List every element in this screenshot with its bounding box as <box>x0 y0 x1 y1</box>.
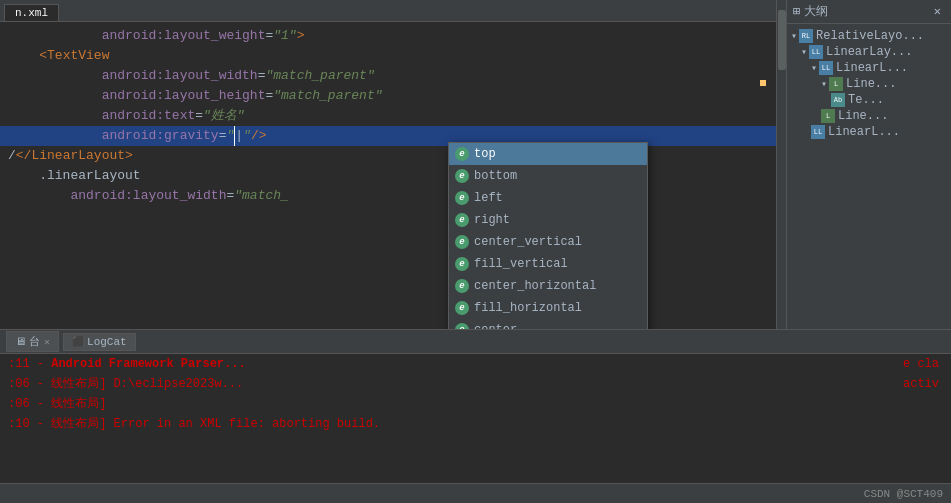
tree-label: RelativeLayo... <box>816 29 924 43</box>
status-text: CSDN @SCT409 <box>864 488 943 500</box>
tree-icon-linearlayout-2b: LL <box>811 125 825 139</box>
console-suffix: e cla <box>903 355 943 373</box>
autocomplete-item-fill-horizontal[interactable]: e fill_horizontal <box>449 297 647 319</box>
code-line: <TextView <box>0 46 776 66</box>
autocomplete-item-right[interactable]: e right <box>449 209 647 231</box>
tree-icon-relativelayout: RL <box>799 29 813 43</box>
autocomplete-icon: e <box>455 257 469 271</box>
autocomplete-icon: e <box>455 301 469 315</box>
autocomplete-item-center-vertical[interactable]: e center_vertical <box>449 231 647 253</box>
tree-icon-linearlayout-1: LL <box>809 45 823 59</box>
autocomplete-label: top <box>474 145 496 163</box>
tab-label: 台 <box>29 334 40 349</box>
scrollbar-thumb[interactable] <box>778 10 786 70</box>
console-line-1: :11 - Android Framework Parser... e cla <box>0 354 951 374</box>
tree-item-line-3[interactable]: ▾ L Line... <box>787 76 951 92</box>
bottom-tab-bar: 🖥 台 ✕ ⬛ LogCat <box>0 329 951 353</box>
editor-panel: n.xml android:layout_weight="1"> <TextVi… <box>0 0 776 329</box>
tree-label: LinearL... <box>836 61 908 75</box>
tree-item-textview[interactable]: Ab Te... <box>787 92 951 108</box>
code-line: .linearLayout <box>0 166 776 186</box>
yellow-marker <box>760 80 766 86</box>
code-line: android:layout_width="match_parent" <box>0 66 776 86</box>
console-line-2: :06 - 线性布局] D:\eclipse2023w...activ <box>0 374 951 394</box>
autocomplete-icon: e <box>455 191 469 205</box>
main-area: n.xml android:layout_weight="1"> <TextVi… <box>0 0 951 329</box>
autocomplete-label: center_horizontal <box>474 277 596 295</box>
console-line-3: :06 - 线性布局] <box>0 394 951 414</box>
outline-tree: ▾ RL RelativeLayo... ▾ LL LinearLay... ▾… <box>787 24 951 329</box>
autocomplete-item-fill-vertical[interactable]: e fill_vertical <box>449 253 647 275</box>
code-line-cursor: android:gravity="|"/> <box>0 126 776 146</box>
tree-item-relativelayout[interactable]: ▾ RL RelativeLayo... <box>787 28 951 44</box>
autocomplete-label: bottom <box>474 167 517 185</box>
tab-icon: 🖥 <box>15 335 26 348</box>
tree-label: LinearLay... <box>826 45 912 59</box>
tree-icon-line-3: L <box>829 77 843 91</box>
code-area: android:layout_weight="1"> <TextView and… <box>0 22 776 210</box>
outline-header: ⊞ 大纲 ✕ <box>787 0 951 24</box>
code-line: android:layout_height="match_parent" <box>0 86 776 106</box>
tab-logcat[interactable]: ⬛ LogCat <box>63 333 136 351</box>
autocomplete-popup: e top e bottom e left e right e center_v… <box>448 142 648 329</box>
console-area: :11 - Android Framework Parser... e cla … <box>0 353 951 483</box>
tree-arrow: ▾ <box>821 78 827 90</box>
code-line: android:text="姓名" <box>0 106 776 126</box>
autocomplete-item-center-horizontal[interactable]: e center_horizontal <box>449 275 647 297</box>
tree-label: Te... <box>848 93 884 107</box>
code-line: android:layout_weight="1"> <box>0 26 776 46</box>
autocomplete-icon: e <box>455 213 469 227</box>
tab-close-button[interactable]: ✕ <box>44 336 50 348</box>
tree-arrow: ▾ <box>801 46 807 58</box>
autocomplete-item-left[interactable]: e left <box>449 187 647 209</box>
status-bar: CSDN @SCT409 <box>0 483 951 503</box>
tree-icon-line-3b: L <box>821 109 835 123</box>
code-line: /</LinearLayout> <box>0 146 776 166</box>
tab-icon-logcat: ⬛ <box>72 336 84 348</box>
autocomplete-item-bottom[interactable]: e bottom <box>449 165 647 187</box>
autocomplete-label: fill_vertical <box>474 255 568 273</box>
outline-title: 大纲 <box>804 3 828 20</box>
right-panel: ⊞ 大纲 ✕ ▾ RL RelativeLayo... ▾ LL LinearL… <box>786 0 951 329</box>
tree-label: Line... <box>846 77 896 91</box>
autocomplete-label: right <box>474 211 510 229</box>
autocomplete-icon: e <box>455 235 469 249</box>
tab-console[interactable]: 🖥 台 ✕ <box>6 331 59 352</box>
bottom-section: 🖥 台 ✕ ⬛ LogCat :11 - Android Framework P… <box>0 329 951 503</box>
autocomplete-icon: e <box>455 147 469 161</box>
tree-item-linearlayout-2b[interactable]: LL LinearL... <box>787 124 951 140</box>
vertical-scrollbar[interactable] <box>776 0 786 329</box>
console-text: :11 - Android Framework Parser... <box>8 357 246 371</box>
file-tab[interactable]: n.xml <box>4 4 59 21</box>
autocomplete-label: fill_horizontal <box>474 299 582 317</box>
autocomplete-label: center_vertical <box>474 233 582 251</box>
autocomplete-label: center <box>474 321 517 329</box>
code-line: android:layout_width="match_ <box>0 186 776 206</box>
tree-arrow: ▾ <box>811 62 817 74</box>
outline-icon: ⊞ <box>793 4 800 19</box>
console-line-4: :10 - 线性布局] Error in an XML file: aborti… <box>0 414 951 434</box>
autocomplete-item-top[interactable]: e top <box>449 143 647 165</box>
tree-icon-textview: Ab <box>831 93 845 107</box>
autocomplete-icon: e <box>455 323 469 329</box>
autocomplete-icon: e <box>455 279 469 293</box>
file-tab-bar: n.xml <box>0 0 776 22</box>
tab-label-logcat: LogCat <box>87 336 127 348</box>
autocomplete-icon: e <box>455 169 469 183</box>
tree-item-linearlayout-1[interactable]: ▾ LL LinearLay... <box>787 44 951 60</box>
autocomplete-item-center[interactable]: e center <box>449 319 647 329</box>
tree-item-linearlayout-2[interactable]: ▾ LL LinearL... <box>787 60 951 76</box>
tree-label: Line... <box>838 109 888 123</box>
autocomplete-label: left <box>474 189 503 207</box>
tree-arrow: ▾ <box>791 30 797 42</box>
tree-icon-linearlayout-2: LL <box>819 61 833 75</box>
tree-label: LinearL... <box>828 125 900 139</box>
outline-close-button[interactable]: ✕ <box>934 4 941 19</box>
tree-item-line-3b[interactable]: L Line... <box>787 108 951 124</box>
